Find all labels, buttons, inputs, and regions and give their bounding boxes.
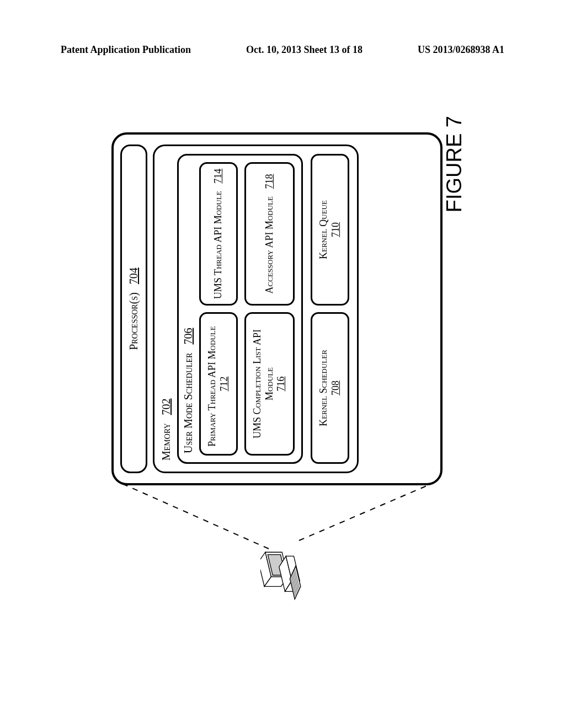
processors-box: Processor(s) 704 bbox=[120, 144, 147, 473]
memory-box: Memory 702 User Mode Scheduler 706 Prima… bbox=[153, 144, 359, 473]
ums-completion-module: UMS Completion List API Module 716 bbox=[244, 312, 295, 456]
accessory-label: Accessory API Module bbox=[264, 196, 275, 294]
ums-thread-module: UMS Thread API Module 714 bbox=[199, 162, 238, 306]
header-middle: Oct. 10, 2013 Sheet 13 of 18 bbox=[246, 44, 363, 56]
kernel-scheduler-ref: 708 bbox=[330, 381, 341, 395]
ums-label: User Mode Scheduler bbox=[182, 353, 194, 453]
svg-line-6 bbox=[299, 483, 434, 540]
ums-completion-ref: 716 bbox=[275, 377, 286, 392]
accessory-module: Accessory API Module 718 bbox=[244, 162, 295, 306]
processors-label: Processor(s) bbox=[127, 292, 140, 350]
kernel-queue-box: Kernel Queue 710 bbox=[311, 154, 349, 306]
figure-label: FIGURE 7 bbox=[443, 116, 466, 212]
ums-completion-label: UMS Completion List API Module bbox=[252, 329, 275, 438]
ums-thread-label: UMS Thread API Module bbox=[212, 191, 223, 299]
kernel-scheduler-box: Kernel Scheduler 708 bbox=[311, 312, 349, 464]
memory-ref: 702 bbox=[160, 398, 172, 415]
header-right: US 2013/0268938 A1 bbox=[418, 44, 504, 56]
figure-canvas: Processor(s) 704 Memory 702 User Mode Sc… bbox=[89, 116, 476, 612]
primary-thread-module: Primary Thread API Module 712 bbox=[199, 312, 238, 456]
kernel-scheduler-label: Kernel Scheduler bbox=[318, 350, 329, 426]
svg-line-5 bbox=[120, 483, 269, 549]
memory-label: Memory bbox=[160, 423, 172, 461]
accessory-ref: 718 bbox=[264, 174, 275, 189]
header-left: Patent Application Publication bbox=[61, 44, 191, 56]
primary-thread-ref: 712 bbox=[218, 377, 230, 392]
primary-thread-label: Primary Thread API Module bbox=[206, 326, 217, 446]
processors-ref: 704 bbox=[127, 267, 140, 284]
projection-lines bbox=[89, 474, 476, 557]
device-box: Processor(s) 704 Memory 702 User Mode Sc… bbox=[111, 132, 443, 485]
kernel-queue-ref: 710 bbox=[330, 222, 341, 237]
page-header: Patent Application Publication Oct. 10, … bbox=[61, 44, 504, 56]
ums-ref: 706 bbox=[182, 328, 194, 345]
kernel-queue-label: Kernel Queue bbox=[318, 200, 329, 259]
user-mode-scheduler-box: User Mode Scheduler 706 Primary Thread A… bbox=[177, 154, 303, 464]
ums-thread-ref: 714 bbox=[212, 169, 223, 184]
